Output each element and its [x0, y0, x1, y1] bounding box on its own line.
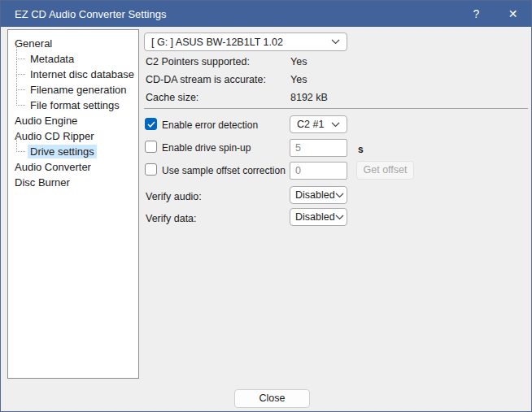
get-offset-button[interactable]: Get offset	[356, 161, 414, 180]
close-window-button[interactable]: ✕	[495, 1, 531, 27]
tree-item-drive-settings[interactable]: Drive settings	[8, 144, 138, 159]
tree-connector	[16, 59, 25, 75]
tree-connector	[16, 137, 25, 152]
chevron-down-icon	[331, 39, 340, 45]
verify-data-value: Disabled	[295, 211, 335, 223]
settings-tree: General Metadata Internet disc database …	[7, 29, 139, 379]
cache-size-value: 8192 kB	[290, 92, 328, 103]
tree-item-audio-cd-ripper[interactable]: Audio CD Ripper	[8, 128, 138, 144]
spin-up-seconds-input[interactable]	[290, 139, 347, 157]
c2-pointers-label: C2 Pointers supported:	[146, 56, 250, 67]
cdda-stream-label: CD-DA stream is accurate:	[146, 74, 266, 85]
chevron-down-icon	[331, 122, 340, 128]
tree-item-filename-generation[interactable]: Filename generation	[8, 82, 138, 98]
tree-item-internet-disc-database[interactable]: Internet disc database	[8, 67, 138, 82]
tree-connector	[16, 90, 25, 106]
tree-item-general[interactable]: General	[8, 36, 138, 51]
verify-audio-value: Disabled	[295, 189, 335, 201]
tree-item-audio-engine[interactable]: Audio Engine	[8, 113, 138, 128]
enable-drive-spin-up-checkbox[interactable]	[145, 141, 157, 153]
tree-item-disc-burner[interactable]: Disc Burner	[8, 175, 138, 190]
title-bar-buttons: ? ✕	[458, 1, 531, 27]
help-button[interactable]: ?	[458, 1, 495, 27]
title-bar[interactable]: EZ CD Audio Converter Settings ? ✕	[1, 1, 531, 27]
chevron-down-icon	[335, 215, 344, 220]
use-sample-offset-label: Use sample offset correction	[162, 165, 286, 176]
tree-connector	[16, 75, 25, 90]
enable-error-detection-label: Enable error detection	[162, 119, 258, 131]
window-title: EZ CD Audio Converter Settings	[1, 8, 166, 20]
seconds-unit-label: s	[358, 144, 364, 155]
cdda-stream-value: Yes	[290, 74, 307, 85]
check-icon	[147, 119, 155, 130]
cache-size-label: Cache size:	[146, 92, 198, 103]
error-detection-mode-select[interactable]: C2 #1	[290, 115, 347, 133]
chevron-down-icon	[335, 193, 344, 198]
verify-audio-select[interactable]: Disabled	[290, 186, 347, 204]
verify-audio-label: Verify audio:	[146, 191, 202, 202]
section-divider	[144, 108, 528, 109]
tree-item-audio-converter[interactable]: Audio Converter	[8, 159, 138, 175]
c2-pointers-value: Yes	[290, 56, 307, 67]
settings-dialog: EZ CD Audio Converter Settings ? ✕ Gener…	[0, 0, 532, 412]
enable-error-detection-checkbox[interactable]	[145, 118, 157, 130]
drive-select[interactable]: [ G: ] ASUS BW-12B1LT 1.02	[144, 33, 347, 51]
verify-data-label: Verify data:	[146, 213, 197, 224]
drive-select-value: [ G: ] ASUS BW-12B1LT 1.02	[151, 37, 283, 48]
sample-offset-input[interactable]	[290, 162, 347, 180]
verify-data-select[interactable]: Disabled	[290, 208, 347, 226]
tree-item-file-format-settings[interactable]: File format settings	[8, 98, 138, 113]
error-detection-mode-value: C2 #1	[297, 119, 324, 130]
use-sample-offset-checkbox[interactable]	[145, 163, 157, 176]
tree-item-metadata[interactable]: Metadata	[8, 51, 138, 67]
tree-connector	[16, 44, 25, 59]
enable-drive-spin-up-label: Enable drive spin-up	[162, 142, 251, 154]
close-button[interactable]: Close	[234, 389, 310, 408]
